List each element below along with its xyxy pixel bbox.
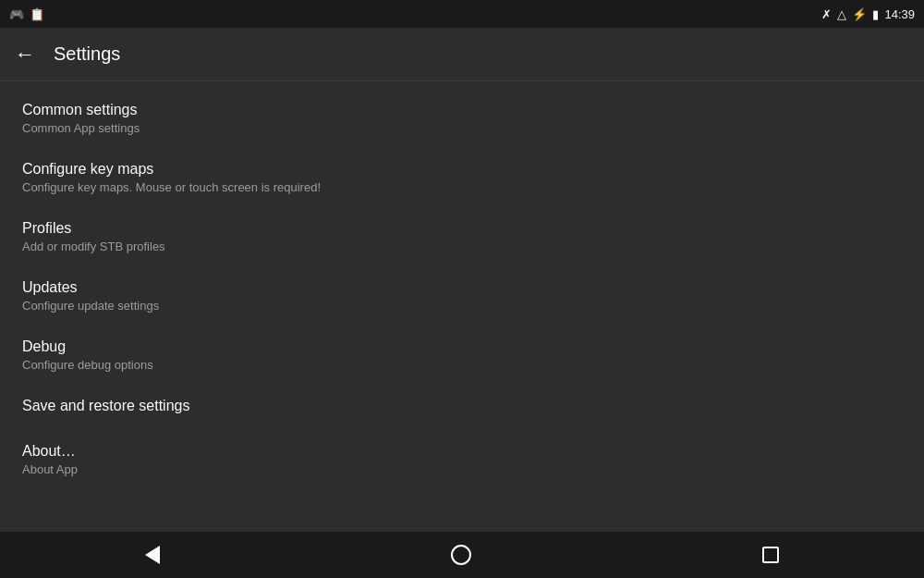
settings-item-profiles[interactable]: ProfilesAdd or modify STB profiles bbox=[0, 207, 924, 266]
settings-item-title-common-settings: Common settings bbox=[22, 102, 902, 118]
status-bar-right: ✗ △ ⚡ ▮ 14:39 bbox=[821, 7, 915, 21]
app-title: Settings bbox=[54, 43, 120, 65]
nav-back-button[interactable] bbox=[145, 546, 160, 564]
settings-item-configure-key-maps[interactable]: Configure key mapsConfigure key maps. Mo… bbox=[0, 148, 924, 207]
nav-bar bbox=[0, 532, 924, 578]
bluetooth-icon: ✗ bbox=[821, 7, 832, 21]
nav-recent-button[interactable] bbox=[762, 547, 779, 563]
settings-item-title-updates: Updates bbox=[22, 279, 902, 296]
settings-item-save-restore[interactable]: Save and restore settings bbox=[0, 385, 924, 430]
time-display: 14:39 bbox=[884, 7, 915, 21]
settings-item-updates[interactable]: UpdatesConfigure update settings bbox=[0, 266, 924, 326]
battery-charging-icon: ⚡ bbox=[852, 7, 867, 21]
settings-item-title-save-restore: Save and restore settings bbox=[22, 398, 902, 414]
settings-item-subtitle-configure-key-maps: Configure key maps. Mouse or touch scree… bbox=[22, 180, 902, 194]
settings-item-title-profiles: Profiles bbox=[22, 220, 902, 237]
settings-item-subtitle-about: About App bbox=[22, 462, 902, 476]
status-bar: 🎮 📋 ✗ △ ⚡ ▮ 14:39 bbox=[0, 0, 924, 28]
app-bar: ← Settings bbox=[0, 28, 924, 81]
settings-item-debug[interactable]: DebugConfigure debug options bbox=[0, 326, 924, 385]
settings-list: Common settingsCommon App settingsConfig… bbox=[0, 81, 924, 497]
settings-item-title-configure-key-maps: Configure key maps bbox=[22, 161, 902, 178]
settings-item-title-debug: Debug bbox=[22, 338, 902, 355]
settings-item-subtitle-common-settings: Common App settings bbox=[22, 121, 902, 135]
settings-item-about[interactable]: About…About App bbox=[0, 430, 924, 489]
notification-icon-2: 📋 bbox=[30, 7, 44, 21]
notification-icon-1: 🎮 bbox=[9, 7, 24, 21]
settings-item-subtitle-updates: Configure update settings bbox=[22, 299, 902, 313]
settings-item-title-about: About… bbox=[22, 443, 902, 460]
nav-home-button[interactable] bbox=[451, 545, 471, 565]
settings-item-subtitle-debug: Configure debug options bbox=[22, 358, 902, 372]
battery-icon: ▮ bbox=[872, 7, 879, 21]
status-bar-left: 🎮 📋 bbox=[9, 7, 44, 21]
wifi-icon: △ bbox=[837, 7, 846, 21]
settings-item-subtitle-profiles: Add or modify STB profiles bbox=[22, 240, 902, 253]
settings-item-common-settings[interactable]: Common settingsCommon App settings bbox=[0, 89, 924, 148]
back-button[interactable]: ← bbox=[15, 43, 35, 67]
